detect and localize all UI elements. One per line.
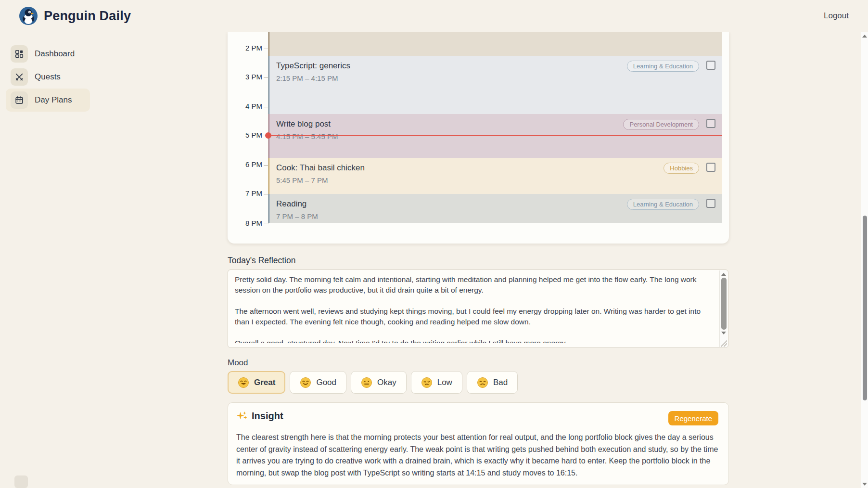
sidebar-item-quests[interactable]: Quests (6, 65, 90, 89)
scroll-down-icon[interactable] (721, 332, 726, 334)
hour-label: 6 PM (228, 160, 262, 168)
logout-button[interactable]: Logout (824, 11, 849, 21)
sparkles-icon (236, 411, 247, 422)
hour-tick (264, 107, 268, 107)
mood-button-bad[interactable]: Bad (467, 371, 518, 394)
sidebar-item-label: Dashboard (35, 49, 75, 59)
timeline-event-typescript[interactable]: TypeScript: generics 2:15 PM – 4:15 PM L… (268, 56, 722, 114)
category-badge: Learning & Education (627, 199, 699, 210)
timeline-axis-line (268, 32, 268, 224)
corner-widget (14, 475, 28, 488)
timeline-event-reading[interactable]: Reading 7 PM – 8 PM Learning & Education (268, 194, 722, 223)
timeline-event-past[interactable]: 12:45 PM – 2:15 PM (268, 32, 722, 56)
event-time: 2:15 PM – 4:15 PM (276, 74, 715, 82)
timeline-event-blog-post[interactable]: Write blog post 4:15 PM – 5:45 PM Person… (268, 114, 722, 158)
textarea-scrollbar[interactable] (719, 270, 728, 347)
sidebar: Dashboard Quests Day Plans (6, 42, 90, 112)
event-time: 4:15 PM – 5:45 PM (276, 132, 715, 141)
mood-selector: Great Good Okay (228, 371, 518, 394)
app-title: Penguin Daily (44, 9, 131, 24)
regenerate-button[interactable]: Regenerate (668, 411, 718, 425)
hour-label: 7 PM (228, 189, 262, 197)
scrollbar-thumb[interactable] (863, 216, 867, 400)
sidebar-item-label: Quests (35, 72, 61, 82)
event-checkbox[interactable] (706, 61, 715, 70)
neutral-face-emoji (361, 377, 372, 388)
sad-face-emoji (477, 377, 488, 388)
penguin-icon (19, 7, 38, 25)
hour-label: 8 PM (228, 219, 262, 227)
event-time: 7 PM – 8 PM (276, 212, 715, 220)
day-plan-timeline-card: 12:45 PM – 2:15 PM TypeScript: generics … (228, 32, 729, 244)
category-badge: Personal Development (623, 119, 699, 130)
sidebar-item-day-plans[interactable]: Day Plans (6, 89, 90, 112)
app-header: Penguin Daily Logout (0, 0, 868, 32)
hour-label: 3 PM (228, 73, 262, 81)
smiling-face-emoji (300, 377, 311, 388)
mood-option-label: Great (254, 378, 275, 387)
insight-header: Insight (236, 411, 283, 422)
hour-label: 2 PM (228, 44, 262, 52)
insight-text: The clearest strength here is that the m… (236, 432, 722, 479)
hour-tick (264, 77, 268, 78)
mood-label: Mood (228, 358, 248, 368)
event-time: 5:45 PM – 7 PM (276, 176, 715, 184)
scroll-down-icon[interactable] (862, 483, 867, 486)
dashboard-grid-icon (11, 45, 28, 63)
insight-heading: Insight (252, 411, 283, 422)
hour-label: 4 PM (228, 102, 262, 110)
mood-option-label: Low (437, 378, 452, 387)
grinning-face-emoji (238, 377, 249, 388)
hour-tick (264, 223, 268, 223)
mood-option-label: Bad (493, 378, 508, 387)
sidebar-item-label: Day Plans (35, 95, 72, 105)
timeline-event-cook[interactable]: Cook: Thai basil chicken 5:45 PM – 7 PM … (268, 158, 722, 194)
hour-tick (264, 49, 268, 49)
category-badge: Hobbies (664, 163, 699, 174)
event-checkbox[interactable] (706, 199, 715, 208)
pensive-face-emoji (421, 377, 433, 388)
current-time-dot (265, 132, 271, 139)
mood-option-label: Good (316, 378, 336, 387)
mood-button-okay[interactable]: Okay (351, 371, 407, 394)
mood-button-good[interactable]: Good (290, 371, 346, 394)
insight-card: Insight Regenerate The clearest strength… (228, 402, 729, 485)
scroll-up-icon[interactable] (862, 35, 867, 38)
current-time-line (268, 135, 722, 136)
reflection-heading: Today's Reflection (228, 256, 295, 266)
textarea-resize-handle[interactable] (721, 340, 727, 347)
sidebar-item-dashboard[interactable]: Dashboard (6, 42, 90, 65)
reflection-textarea[interactable]: Pretty solid day. The morning felt calm … (228, 270, 728, 348)
event-checkbox[interactable] (706, 119, 715, 128)
app-logo[interactable]: Penguin Daily (19, 7, 131, 25)
event-title: Cook: Thai basil chicken (276, 163, 715, 173)
page-scrollbar[interactable] (861, 32, 868, 488)
mood-option-label: Okay (377, 378, 396, 387)
quests-swords-icon (11, 68, 28, 86)
reflection-text: Pretty solid day. The morning felt calm … (235, 274, 711, 343)
category-badge: Learning & Education (627, 61, 699, 72)
hour-tick (264, 194, 268, 194)
day-plans-calendar-icon (11, 91, 28, 109)
mood-button-low[interactable]: Low (411, 371, 462, 394)
scrollbar-thumb[interactable] (721, 278, 727, 330)
hour-tick (264, 165, 268, 166)
mood-button-great[interactable]: Great (228, 371, 285, 394)
event-checkbox[interactable] (706, 163, 715, 172)
scroll-up-icon[interactable] (721, 273, 726, 276)
hour-label: 5 PM (228, 131, 262, 139)
